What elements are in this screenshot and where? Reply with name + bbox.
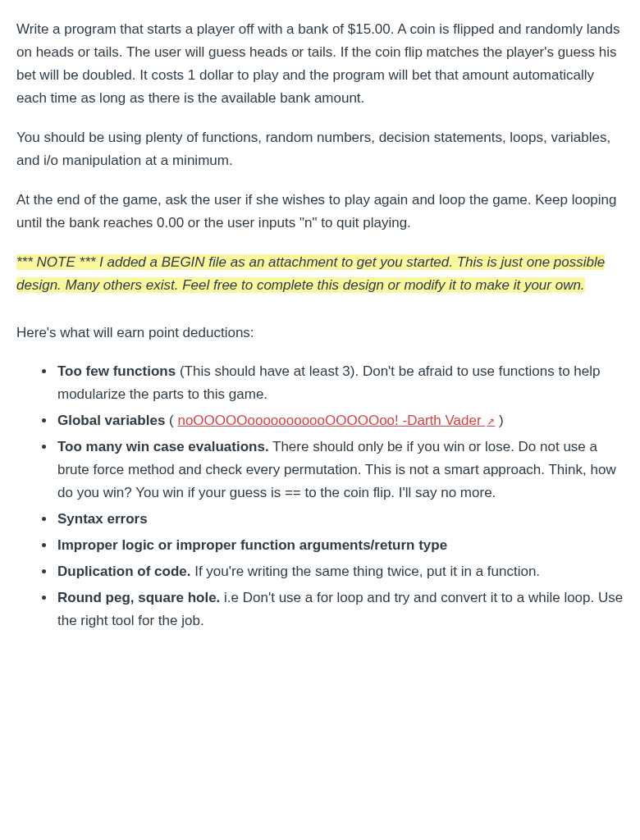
deduction-text: If you're writing the same thing twice, … — [190, 564, 540, 579]
external-link[interactable]: noOOOOOooooooooooOOOOOoo! -Darth Vader ↗ — [177, 413, 495, 428]
paragraph-intro-2: You should be using plenty of functions,… — [16, 126, 624, 172]
link-text: noOOOOOooooooooooOOOOOoo! -Darth Vader — [177, 413, 485, 428]
deduction-bold: Improper logic or improper function argu… — [57, 537, 447, 553]
deduction-bold: Syntax errors — [57, 511, 148, 527]
list-item: Too few functions (This should have at l… — [56, 360, 624, 406]
paragraph-intro-1: Write a program that starts a player off… — [16, 18, 624, 110]
list-item: Syntax errors — [56, 508, 624, 531]
note-paragraph: *** NOTE *** I added a BEGIN file as an … — [16, 251, 624, 297]
deductions-heading: Here's what will earn point deductions: — [16, 322, 624, 345]
deduction-bold: Duplication of code. — [57, 564, 190, 579]
list-item: Round peg, square hole. i.e Don't use a … — [56, 587, 624, 632]
deduction-bold: Too many win case evaluations. — [57, 439, 269, 454]
list-item: Improper logic or improper function argu… — [56, 534, 624, 557]
list-item: Duplication of code. If you're writing t… — [56, 560, 624, 583]
deduction-text: ( — [165, 413, 177, 428]
external-link-icon: ↗ — [487, 416, 495, 427]
note-highlight: *** NOTE *** I added a BEGIN file as an … — [16, 254, 605, 293]
deductions-list: Too few functions (This should have at l… — [16, 360, 624, 633]
deduction-bold: Global variables — [57, 413, 165, 428]
deduction-bold: Round peg, square hole. — [57, 590, 220, 605]
list-item: Too many win case evaluations. There sho… — [56, 436, 624, 504]
deduction-bold: Too few functions — [57, 363, 176, 379]
list-item: Global variables ( noOOOOOooooooooooOOOO… — [56, 409, 624, 432]
paragraph-intro-3: At the end of the game, ask the user if … — [16, 189, 624, 235]
deduction-text: ) — [495, 413, 503, 428]
